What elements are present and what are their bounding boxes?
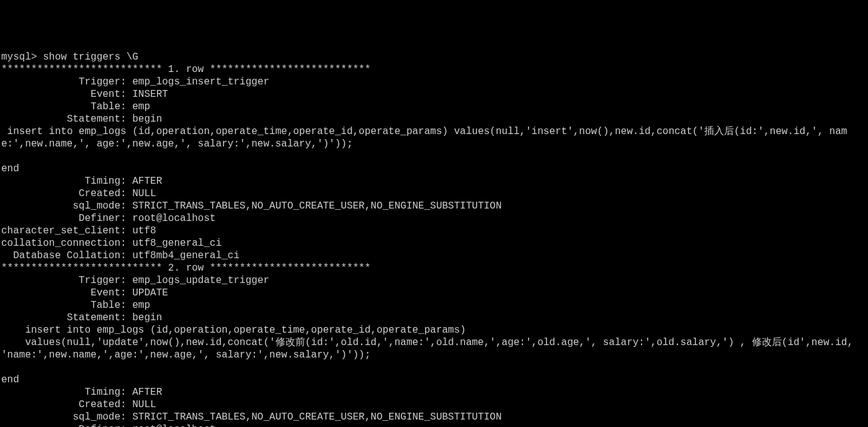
end-2: end: [1, 374, 19, 385]
timing-label-2: Timing:: [1, 387, 132, 398]
event-label-2: Event:: [1, 287, 132, 299]
charset-value-1: utf8: [132, 225, 156, 236]
sql-mode-value-2: STRICT_TRANS_TABLES,NO_AUTO_CREATE_USER,…: [132, 411, 501, 423]
statement-label-1: Statement:: [1, 114, 132, 125]
event-value-1: INSERT: [132, 89, 168, 100]
table-label-2: Table:: [1, 300, 132, 311]
table-label-1: Table:: [1, 101, 132, 112]
statement-body-1: insert into emp_logs (id,operation,opera…: [1, 126, 847, 150]
definer-label-1: Definer:: [1, 213, 132, 224]
trigger-label-2: Trigger:: [1, 275, 132, 286]
statement-value-2: begin: [132, 312, 162, 323]
sql-mode-label-2: sql_mode:: [1, 411, 132, 423]
db-collation-label-1: Database Collation:: [1, 250, 132, 261]
table-value-2: emp: [132, 300, 150, 311]
created-label-2: Created:: [1, 399, 132, 410]
definer-value-2: root@localhost: [132, 424, 215, 427]
statement-label-2: Statement:: [1, 312, 132, 323]
created-value-1: NULL: [132, 188, 156, 199]
terminal-output[interactable]: mysql> show triggers \G ****************…: [1, 51, 867, 427]
trigger-label-1: Trigger:: [1, 76, 132, 88]
event-value-2: UPDATE: [132, 287, 168, 299]
definer-label-2: Definer:: [1, 424, 132, 427]
row-separator-2: *************************** 2. row *****…: [1, 263, 370, 274]
created-value-2: NULL: [132, 399, 156, 410]
created-label-1: Created:: [1, 188, 132, 199]
mysql-prompt: mysql>: [1, 52, 43, 63]
trigger-value-2: emp_logs_update_trigger: [132, 275, 269, 286]
collation-conn-value-1: utf8_general_ci: [132, 238, 221, 249]
timing-label-1: Timing:: [1, 176, 132, 187]
event-label-1: Event:: [1, 89, 132, 100]
sql-mode-value-1: STRICT_TRANS_TABLES,NO_AUTO_CREATE_USER,…: [132, 200, 501, 212]
statement-value-1: begin: [132, 114, 162, 125]
definer-value-1: root@localhost: [132, 213, 215, 224]
trigger-value-1: emp_logs_insert_trigger: [132, 76, 269, 88]
statement-body-2: insert into emp_logs (id,operation,opera…: [1, 325, 859, 361]
row-separator-1: *************************** 1. row *****…: [1, 64, 370, 75]
timing-value-2: AFTER: [132, 387, 162, 398]
db-collation-value-1: utf8mb4_general_ci: [132, 250, 239, 261]
timing-value-1: AFTER: [132, 176, 162, 187]
collation-conn-label-1: collation_connection:: [1, 238, 132, 249]
table-value-1: emp: [132, 101, 150, 112]
charset-label-1: character_set_client:: [1, 225, 132, 236]
command-text: show triggers \G: [43, 52, 138, 63]
end-1: end: [1, 163, 19, 174]
sql-mode-label-1: sql_mode:: [1, 200, 132, 212]
